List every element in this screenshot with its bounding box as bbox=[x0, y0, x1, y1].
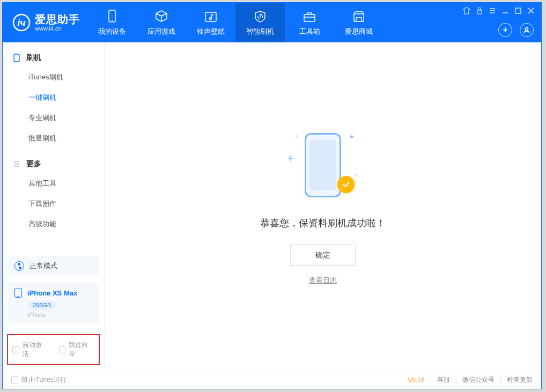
phone-shape-icon bbox=[305, 133, 341, 197]
music-folder-icon bbox=[204, 9, 218, 25]
view-log-link[interactable]: 查看日志 bbox=[309, 276, 337, 285]
success-illustration bbox=[288, 128, 358, 203]
checkbox-box bbox=[59, 346, 66, 353]
window-controls bbox=[463, 7, 535, 14]
minimize-icon[interactable] bbox=[501, 7, 509, 14]
sidebar-item-download-firmware[interactable]: 下载固件 bbox=[3, 194, 104, 214]
device-box: iPhone XS Max 256GB iPhone bbox=[8, 283, 99, 323]
phone-small-icon bbox=[12, 54, 21, 62]
separator: | bbox=[500, 376, 501, 384]
checkbox-label: 跳过向导 bbox=[69, 341, 94, 359]
cube-icon bbox=[154, 9, 168, 25]
confirm-button[interactable]: 确定 bbox=[290, 245, 356, 266]
tab-label: 爱思商城 bbox=[345, 27, 373, 36]
nav-tabs: 我的设备 应用游戏 铃声壁纸 智能刷机 bbox=[87, 3, 383, 42]
app-subtitle: www.i4.cn bbox=[35, 25, 80, 32]
footer: 阻止iTunes运行 V8.16 | 客服 | 微信公众号 | 检查更新 bbox=[3, 371, 541, 389]
app-logo: iч 爱思助手 www.i4.cn bbox=[3, 13, 87, 32]
svg-rect-8 bbox=[515, 8, 521, 13]
tshirt-icon[interactable] bbox=[463, 7, 470, 14]
list-icon bbox=[12, 160, 21, 168]
device-storage-badge: 256GB bbox=[27, 301, 56, 309]
mode-label: 正常模式 bbox=[29, 261, 57, 271]
sidebar-item-itunes-flash[interactable]: iTunes刷机 bbox=[3, 67, 104, 87]
sidebar-item-pro-flash[interactable]: 专业刷机 bbox=[3, 108, 104, 128]
tab-label: 我的设备 bbox=[98, 27, 126, 36]
app-window: iч 爱思助手 www.i4.cn 我的设备 应用游戏 bbox=[2, 2, 542, 389]
tab-smart-flash[interactable]: 智能刷机 bbox=[235, 3, 285, 42]
sidebar: 刷机 iTunes刷机 一键刷机 专业刷机 批量刷机 更多 其他工具 下载固件 … bbox=[3, 42, 105, 371]
version-label: V8.16 bbox=[408, 376, 424, 384]
tab-apps-games[interactable]: 应用游戏 bbox=[137, 3, 186, 42]
footer-link-update[interactable]: 检查更新 bbox=[507, 375, 533, 384]
sidebar-heading-text: 更多 bbox=[26, 159, 41, 169]
success-message: 恭喜您，保资料刷机成功啦！ bbox=[260, 217, 386, 230]
app-title: 爱思助手 bbox=[35, 13, 80, 25]
lock-icon[interactable] bbox=[476, 7, 483, 14]
user-icon[interactable] bbox=[520, 23, 534, 37]
checkbox-label: 自动激活 bbox=[23, 341, 48, 359]
sidebar-item-batch-flash[interactable]: 批量刷机 bbox=[3, 128, 104, 149]
tab-label: 铃声壁纸 bbox=[197, 27, 225, 36]
tab-store[interactable]: 爱思商城 bbox=[334, 3, 383, 42]
dot-icon bbox=[355, 174, 357, 176]
toolbox-icon bbox=[302, 9, 316, 25]
checkbox-block-itunes[interactable]: 阻止iTunes运行 bbox=[11, 375, 67, 384]
sparkle-icon bbox=[350, 135, 354, 139]
svg-point-5 bbox=[210, 18, 212, 20]
sidebar-heading-flash: 刷机 bbox=[3, 49, 104, 67]
sidebar-heading-text: 刷机 bbox=[26, 53, 41, 63]
separator: | bbox=[455, 376, 457, 384]
svg-rect-10 bbox=[14, 54, 19, 62]
maximize-icon[interactable] bbox=[514, 7, 522, 14]
body: 刷机 iTunes刷机 一键刷机 专业刷机 批量刷机 更多 其他工具 下载固件 … bbox=[3, 42, 541, 371]
svg-text:iч: iч bbox=[17, 18, 26, 28]
header-actions bbox=[498, 23, 534, 37]
checkbox-label: 阻止iTunes运行 bbox=[21, 375, 67, 384]
store-icon bbox=[352, 9, 366, 25]
checkbox-skip-guide[interactable]: 跳过向导 bbox=[59, 341, 95, 359]
device-type: iPhone bbox=[27, 312, 92, 318]
device-name-row[interactable]: iPhone XS Max bbox=[14, 288, 92, 298]
device-icon bbox=[107, 9, 117, 25]
svg-point-9 bbox=[526, 28, 528, 31]
footer-link-wechat[interactable]: 微信公众号 bbox=[462, 375, 495, 384]
download-icon[interactable] bbox=[498, 23, 512, 37]
header: iч 爱思助手 www.i4.cn 我的设备 应用游戏 bbox=[3, 3, 541, 42]
tab-my-device[interactable]: 我的设备 bbox=[87, 3, 137, 42]
main-content: 恭喜您，保资料刷机成功啦！ 确定 查看日志 bbox=[105, 42, 541, 371]
tab-label: 应用游戏 bbox=[147, 27, 175, 36]
sidebar-item-other-tools[interactable]: 其他工具 bbox=[3, 173, 104, 194]
sidebar-group-more: 更多 其他工具 下载固件 高级功能 bbox=[3, 155, 104, 234]
dot-icon bbox=[296, 135, 298, 137]
tab-toolbox[interactable]: 工具箱 bbox=[285, 3, 334, 42]
footer-link-support[interactable]: 客服 bbox=[437, 375, 450, 384]
close-icon[interactable] bbox=[527, 7, 535, 14]
separator: | bbox=[430, 376, 432, 384]
tab-ringtone-wallpaper[interactable]: 铃声壁纸 bbox=[186, 3, 235, 42]
svg-rect-6 bbox=[304, 14, 315, 21]
sparkle-icon bbox=[288, 156, 293, 161]
highlighted-options-box: 自动激活 跳过向导 bbox=[7, 334, 100, 365]
tab-label: 工具箱 bbox=[299, 27, 320, 36]
mode-icon bbox=[14, 261, 24, 271]
svg-rect-7 bbox=[477, 10, 482, 14]
checkbox-auto-activate[interactable]: 自动激活 bbox=[12, 341, 48, 359]
sidebar-heading-more: 更多 bbox=[3, 155, 104, 173]
check-badge-icon bbox=[337, 176, 355, 193]
svg-point-3 bbox=[112, 20, 113, 21]
device-name: iPhone XS Max bbox=[27, 289, 77, 297]
svg-rect-4 bbox=[205, 12, 216, 21]
sidebar-group-flash: 刷机 iTunes刷机 一键刷机 专业刷机 批量刷机 bbox=[3, 49, 104, 149]
menu-icon[interactable] bbox=[489, 7, 496, 14]
sidebar-item-advanced[interactable]: 高级功能 bbox=[3, 214, 104, 234]
tab-label: 智能刷机 bbox=[246, 27, 274, 36]
sidebar-item-oneclick-flash[interactable]: 一键刷机 bbox=[3, 87, 104, 108]
mode-box[interactable]: 正常模式 bbox=[8, 256, 99, 276]
shield-icon bbox=[253, 9, 267, 25]
device-phone-icon bbox=[14, 288, 22, 298]
checkbox-box bbox=[12, 346, 19, 353]
logo-icon: iч bbox=[12, 13, 31, 32]
checkbox-box bbox=[11, 376, 18, 383]
